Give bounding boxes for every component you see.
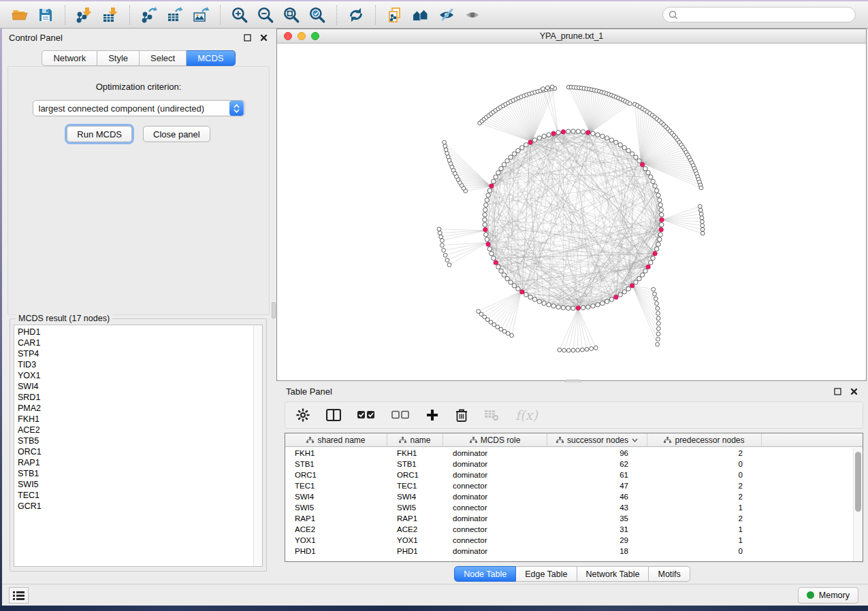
column-label: successor nodes [567,435,628,445]
mcds-result-item[interactable]: GCR1 [14,501,253,512]
table-row[interactable]: ACE2ACE2connector311 [285,524,853,535]
search-field[interactable] [662,7,856,22]
table-panel-header: Table Panel [276,382,868,400]
delete-columns-icon[interactable] [455,408,468,423]
mcds-result-list[interactable]: PHD1CAR1STP4TID3YOX1SWI4SRD1PMA2FKH1ACE2… [14,325,263,567]
tab-network-table[interactable]: Network Table [577,566,649,582]
new-network-from-selection-button[interactable] [382,4,408,26]
table-row[interactable]: TEC1TEC1connector472 [285,480,853,491]
optimization-criterion-value: largest connected component (undirected) [33,103,229,114]
task-history-button[interactable] [9,587,29,604]
table-cell: dominator [443,514,547,523]
table-cell: SWI5 [285,503,387,512]
zoom-out-button[interactable] [253,4,278,26]
show-all-button[interactable] [460,4,485,26]
mcds-result-item[interactable]: STP4 [14,348,253,359]
table-scrollbar[interactable] [853,448,863,561]
mcds-result-item[interactable]: SRD1 [14,392,253,403]
table-row[interactable]: PHD1PHD1dominator180 [285,546,853,557]
column-label: name [410,435,430,445]
network-graph[interactable] [277,44,866,381]
mcds-result-item[interactable]: STB5 [14,435,253,446]
network-window-titlebar[interactable]: YPA_prune.txt_1 [277,29,866,44]
table-row[interactable]: YOX1YOX1connector291 [285,535,853,546]
close-panel-icon[interactable] [259,33,268,42]
mcds-result-item[interactable]: CAR1 [14,337,253,348]
tab-node-table[interactable]: Node Table [454,566,516,582]
table-cell: connector [443,525,547,533]
tab-network[interactable]: Network [42,50,97,66]
table-cell: 1 [647,503,762,512]
mcds-result-item[interactable]: SWI5 [14,479,253,490]
mcds-result-item[interactable]: ORC1 [14,446,253,457]
mcds-result-item[interactable]: STB1 [14,468,253,479]
export-image-button[interactable] [188,4,214,26]
table-cell: 18 [547,547,647,555]
mcds-result-item[interactable]: PMA2 [14,403,253,414]
vertical-splitter[interactable] [271,29,276,584]
tab-edge-table[interactable]: Edge Table [516,566,577,582]
toolbar-separator [129,5,130,24]
mcds-result-item[interactable]: PHD1 [14,327,253,337]
column-header-name[interactable]: name [387,433,443,446]
close-panel-button[interactable]: Close panel [143,126,210,142]
splitter-grip-icon[interactable] [272,302,276,318]
table-mode-icon[interactable] [296,408,310,422]
table-row[interactable]: STB1STB1dominator620 [285,459,853,469]
mcds-result-scrollbar[interactable] [253,325,262,566]
table-cell: 1 [647,525,762,533]
zoom-in-button[interactable] [227,4,253,26]
table-cell: 62 [547,460,647,468]
zoom-fit-content-button[interactable] [278,4,304,26]
apply-preferred-layout-button[interactable] [343,4,369,26]
mcds-result-item[interactable]: TEC1 [14,490,253,501]
run-mcds-button[interactable]: Run MCDS [67,126,132,142]
table-scrollbar-thumb[interactable] [855,452,861,512]
network-canvas[interactable] [277,44,866,380]
tab-motifs[interactable]: Motifs [649,566,690,582]
mcds-result-item[interactable]: TID3 [14,359,253,370]
select-all-rows-icon[interactable] [357,410,375,420]
close-table-panel-icon[interactable] [849,386,858,396]
hide-selected-button[interactable] [434,4,460,26]
table-row[interactable]: RAP1RAP1dominator352 [285,513,853,524]
export-network-button[interactable] [136,4,162,26]
table-cell: connector [443,536,547,544]
mcds-result-item[interactable]: YOX1 [14,370,253,381]
search-input[interactable] [678,10,850,20]
float-table-panel-icon[interactable] [833,386,842,396]
mcds-result-item[interactable]: RAP1 [14,457,253,468]
table-row[interactable]: SWI5SWI5connector431 [285,502,853,513]
memory-button[interactable]: Memory [798,587,858,604]
mcds-result-item[interactable]: SWI4 [14,381,253,392]
table-cell: 96 [547,449,647,457]
open-session-button[interactable] [7,4,33,26]
mcds-result-item[interactable]: ACE2 [14,425,253,435]
tab-mcds[interactable]: MCDS [187,50,235,66]
table-cell: RAP1 [285,514,387,523]
tab-select[interactable]: Select [140,50,187,66]
column-header-shared-name[interactable]: shared name [285,433,387,446]
table-cell: 0 [647,547,762,555]
table-cell: connector [443,482,547,490]
deselect-all-rows-icon[interactable] [391,410,409,420]
import-network-from-file-button[interactable] [71,4,97,26]
show-columns-icon[interactable] [326,408,341,422]
float-panel-icon[interactable] [242,33,252,42]
tab-style[interactable]: Style [97,50,140,66]
first-neighbors-of-selected-button[interactable] [408,4,434,26]
table-row[interactable]: SWI4SWI4dominator462 [285,491,853,502]
table-row[interactable]: FKH1FKH1dominator962 [285,448,853,459]
table-row[interactable]: ORC1ORC1dominator610 [285,469,853,480]
zoom-selected-region-button[interactable] [304,4,330,26]
mcds-result-item[interactable]: FKH1 [14,414,253,425]
column-header-successor-nodes[interactable]: successor nodes [547,433,647,446]
table-cell: SWI4 [285,493,387,501]
export-table-button[interactable] [162,4,188,26]
create-column-icon[interactable] [425,408,439,422]
optimization-criterion-select[interactable]: largest connected component (undirected) [33,100,245,116]
save-session-button[interactable] [33,4,59,26]
column-header-predecessor-nodes[interactable]: predecessor nodes [647,433,762,446]
column-header-MCDS-role[interactable]: MCDS role [443,433,547,446]
import-table-from-file-button[interactable] [97,4,123,26]
